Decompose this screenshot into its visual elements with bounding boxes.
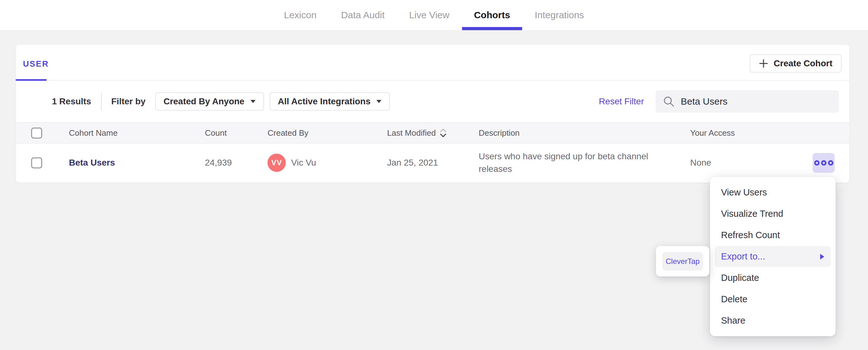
search-input[interactable] <box>681 96 832 107</box>
submenu-item-clevertap[interactable]: CleverTap <box>662 252 703 271</box>
your-access-value: None <box>690 158 711 168</box>
nav-item-data-audit[interactable]: Data Audit <box>341 0 384 30</box>
reset-filter-link[interactable]: Reset Filter <box>599 97 644 106</box>
chevron-down-icon <box>250 100 256 103</box>
column-header-your-access: Your Access <box>690 128 849 138</box>
top-navigation: Lexicon Data Audit Live View Cohorts Int… <box>0 0 868 31</box>
menu-item-delete[interactable]: Delete <box>715 288 831 310</box>
create-cohort-label: Create Cohort <box>774 59 832 69</box>
menu-item-share[interactable]: Share <box>715 310 831 331</box>
created-by-dropdown-value: Created By Anyone <box>163 97 244 106</box>
row-actions-menu: View Users Visualize Trend Refresh Count… <box>710 177 836 336</box>
created-by-dropdown[interactable]: Created By Anyone <box>155 92 264 111</box>
cohort-count: 24,939 <box>205 158 268 168</box>
search-box[interactable] <box>656 90 839 113</box>
menu-item-visualize-trend[interactable]: Visualize Trend <box>715 203 831 225</box>
column-header-cohort-name: Cohort Name <box>69 128 205 138</box>
column-header-description: Description <box>479 128 690 138</box>
filter-bar: 1 Results Filter by Created By Anyone Al… <box>16 81 849 122</box>
results-count: 1 Results <box>52 97 91 106</box>
filter-by-label: Filter by <box>112 97 146 106</box>
integrations-dropdown[interactable]: All Active Integrations <box>270 92 390 111</box>
nav-item-integrations[interactable]: Integrations <box>535 0 584 30</box>
last-modified-label: Last Modified <box>387 128 436 138</box>
menu-item-view-users[interactable]: View Users <box>715 182 831 203</box>
nav-item-lexicon[interactable]: Lexicon <box>284 0 316 30</box>
search-icon <box>663 96 675 107</box>
nav-item-cohorts[interactable]: Cohorts <box>462 0 522 30</box>
cohort-type-tabbar: USER Create Cohort <box>16 45 849 81</box>
sort-icon[interactable] <box>440 128 446 138</box>
cohort-description: Users who have signed up for beta channe… <box>479 150 655 175</box>
more-actions-button[interactable] <box>813 153 835 173</box>
integrations-dropdown-value: All Active Integrations <box>278 97 371 106</box>
export-submenu: CleverTap <box>656 246 709 277</box>
create-cohort-button[interactable]: Create Cohort <box>750 55 842 73</box>
more-dots-icon <box>828 160 833 166</box>
more-dots-icon <box>814 160 819 166</box>
tab-user[interactable]: USER <box>23 59 49 69</box>
menu-item-export-to[interactable]: Export to... <box>715 246 831 267</box>
divider <box>101 93 102 110</box>
column-header-created-by: Created By <box>268 128 387 138</box>
column-header-count: Count <box>205 128 268 138</box>
avatar: VV <box>268 154 286 172</box>
submenu-arrow-icon <box>819 253 825 260</box>
created-by-cell: VV Vic Vu <box>268 154 387 172</box>
cohorts-card: USER Create Cohort 1 Results Filter by C… <box>16 44 850 183</box>
row-checkbox[interactable] <box>31 158 42 168</box>
table-row: Beta Users 24,939 VV Vic Vu Jan 25, 2021… <box>16 144 849 182</box>
menu-item-refresh-count[interactable]: Refresh Count <box>715 225 831 246</box>
last-modified-value: Jan 25, 2021 <box>387 158 479 168</box>
table-header: Cohort Name Count Created By Last Modifi… <box>16 122 849 144</box>
select-all-checkbox[interactable] <box>31 128 42 139</box>
menu-item-duplicate[interactable]: Duplicate <box>715 267 831 288</box>
column-header-last-modified[interactable]: Last Modified <box>387 128 479 138</box>
more-dots-icon <box>821 160 827 166</box>
created-by-name: Vic Vu <box>291 158 316 168</box>
plus-icon <box>759 59 768 68</box>
nav-item-live-view[interactable]: Live View <box>409 0 450 30</box>
export-to-label: Export to... <box>721 251 765 262</box>
active-tab-underline <box>16 79 46 81</box>
chevron-down-icon <box>376 100 382 103</box>
cohort-name-link[interactable]: Beta Users <box>69 158 115 168</box>
